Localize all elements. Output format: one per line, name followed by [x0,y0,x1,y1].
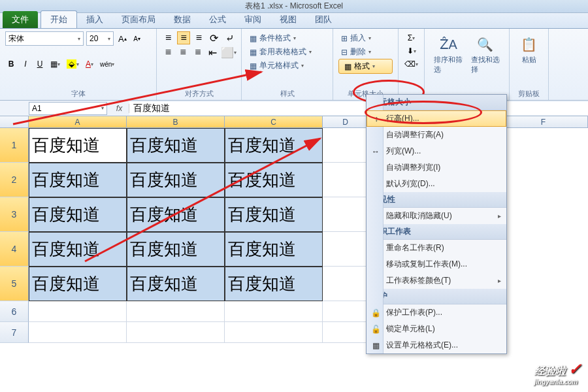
col-header-b[interactable]: B [127,116,225,127]
merge-btn[interactable]: ⬜▾ [221,46,236,59]
align-top-btn[interactable]: ≡ [162,31,174,44]
tab-home[interactable]: 开始 [41,10,77,28]
autosum-btn[interactable]: Σ▾ [404,31,419,44]
cell-d3[interactable] [323,197,368,232]
align-right-btn[interactable]: ≡ [192,46,204,59]
row-header-3[interactable]: 3 [0,197,29,232]
clear-btn[interactable]: ⌫▾ [404,57,419,71]
bold-btn[interactable]: B [5,57,17,71]
tab-data[interactable]: 数据 [165,11,200,28]
cell-a5[interactable]: 百度知道 [29,267,127,301]
italic-btn[interactable]: I [20,57,31,71]
cell-c7[interactable] [225,322,323,343]
cell-b7[interactable] [127,322,225,343]
font-name-select[interactable]: 宋体▾ [5,31,84,46]
menu-hide[interactable]: 隐藏和取消隐藏(U)▸ [367,208,506,224]
col-header-a[interactable]: A [29,116,127,127]
cell-style-btn[interactable]: ▦单元格样式▾ [247,59,327,73]
orientation-btn[interactable]: ⟳ [208,31,220,44]
cell-a6[interactable] [29,301,127,322]
cell-b5[interactable]: 百度知道 [127,267,225,301]
cell-a1[interactable]: 百度知道 [29,128,127,163]
phonetic-btn[interactable]: wén▾ [98,57,116,71]
cell-d7[interactable] [323,322,368,343]
cell-a4[interactable]: 百度知道 [29,232,127,267]
cell-a3[interactable]: 百度知道 [29,197,127,232]
row-header-7[interactable]: 7 [0,322,29,343]
tab-formula[interactable]: 公式 [200,11,235,28]
align-group-label: 对齐方式 [162,88,236,99]
menu-section-organize: 组织工作表 [367,224,506,240]
paste-btn[interactable]: 📋 粘贴 [515,31,543,67]
cell-a2[interactable]: 百度知道 [29,163,127,197]
align-bottom-btn[interactable]: ≡ [193,31,205,44]
cell-c2[interactable]: 百度知道 [225,163,323,197]
indent-dec-btn[interactable]: ⇤ [206,46,219,59]
table-format-btn[interactable]: ▦套用表格格式▾ [247,45,327,59]
cell-d4[interactable] [323,232,368,267]
tab-layout[interactable]: 页面布局 [112,11,165,28]
row-header-5[interactable]: 5 [0,267,29,301]
select-all-corner[interactable] [0,116,29,127]
cell-b2[interactable]: 百度知道 [127,163,225,197]
cell-c3[interactable]: 百度知道 [225,197,323,232]
tab-team[interactable]: 团队 [306,11,341,28]
find-select-btn[interactable]: 🔍 查找和选择 [467,31,504,77]
menu-protect[interactable]: 🔒保护工作表(P)... [367,304,506,321]
menu-row-height[interactable]: ↕行高(H)... [367,110,506,127]
cell-d1[interactable] [323,128,368,163]
menu-auto-col[interactable]: 自动调整列宽(I) [367,159,506,176]
tab-review[interactable]: 审阅 [235,11,270,28]
cond-format-btn[interactable]: ▦条件格式▾ [247,31,327,45]
menu-move[interactable]: 移动或复制工作表(M)... [367,256,506,272]
wrap-btn[interactable]: ⤶ [223,31,236,44]
font-size-select[interactable]: 20▾ [86,31,114,46]
menu-tab-color[interactable]: 工作表标签颜色(T)▸ [367,272,506,289]
row-header-4[interactable]: 4 [0,232,29,267]
tab-insert[interactable]: 插入 [77,11,112,28]
sort-filter-btn[interactable]: ẐA 排序和筛选 [430,31,467,77]
row-header-1[interactable]: 1 [0,128,29,163]
underline-btn[interactable]: U [34,57,46,71]
delete-btn[interactable]: ⊟删除▾ [338,45,393,59]
cell-d5[interactable] [323,267,368,301]
cell-d6[interactable] [323,301,368,322]
cell-b4[interactable]: 百度知道 [127,232,225,267]
fill-btn[interactable]: ⬇▾ [404,44,419,57]
cell-d2[interactable] [323,163,368,197]
cell-c1[interactable]: 百度知道 [225,128,323,163]
cell-b3[interactable]: 百度知道 [127,197,225,232]
grow-font-btn[interactable]: A▴ [116,32,129,45]
cell-a7[interactable] [29,322,127,343]
col-header-d[interactable]: D [323,116,368,127]
border-btn[interactable]: ▦▾ [48,57,62,71]
menu-col-width[interactable]: ↔列宽(W)... [367,143,506,159]
formula-input[interactable] [129,102,588,115]
menu-default-col[interactable]: 默认列宽(D)... [367,176,506,192]
menu-rename[interactable]: 重命名工作表(R) [367,240,506,256]
format-btn[interactable]: ▦格式▾ [338,59,393,74]
insert-btn[interactable]: ⊞插入▾ [338,31,393,45]
col-header-c[interactable]: C [225,116,323,127]
align-center-btn[interactable]: ≡ [177,46,189,59]
menu-lock[interactable]: 🔓锁定单元格(L) [367,321,506,337]
cell-c6[interactable] [225,301,323,322]
menu-format-cells[interactable]: ▦设置单元格格式(E)... [367,337,506,353]
cell-c5[interactable]: 百度知道 [225,267,323,301]
align-middle-btn[interactable]: ≡ [177,31,189,44]
font-color-btn[interactable]: A▾ [84,57,95,71]
cell-b6[interactable] [127,301,225,322]
fx-label[interactable]: fx [110,104,129,113]
menu-auto-row[interactable]: 自动调整行高(A) [367,127,506,143]
cell-b1[interactable]: 百度知道 [127,128,225,163]
name-box[interactable]: A1▾ [29,102,107,115]
align-left-btn[interactable]: ≡ [162,46,174,59]
row-header-6[interactable]: 6 [0,301,29,322]
fill-color-btn[interactable]: ⬙▾ [65,57,81,71]
tab-view[interactable]: 视图 [270,11,306,28]
cell-c4[interactable]: 百度知道 [225,232,323,267]
col-header-f[interactable]: F [499,116,588,127]
shrink-font-btn[interactable]: A▾ [131,32,143,45]
tab-file[interactable]: 文件 [3,11,38,28]
row-header-2[interactable]: 2 [0,163,29,197]
